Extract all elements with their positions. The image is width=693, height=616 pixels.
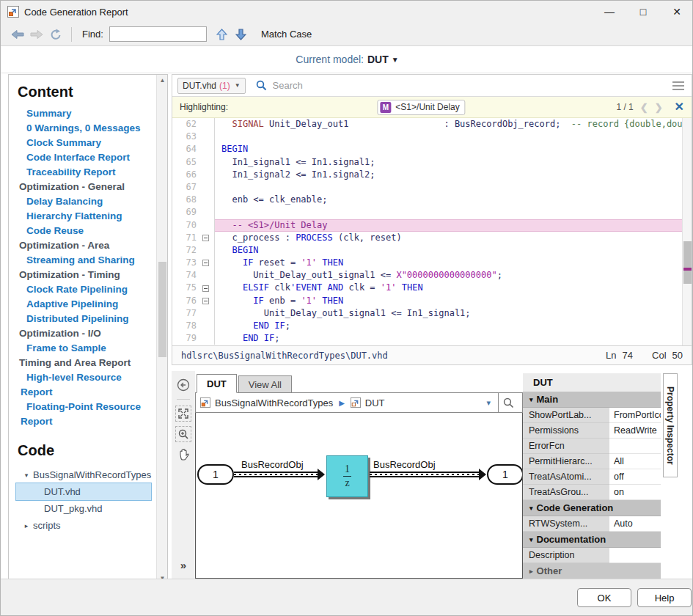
code-line[interactable]: 63 <box>172 131 692 143</box>
property-value[interactable]: All <box>609 454 661 469</box>
code-line[interactable]: 67 <box>172 181 692 194</box>
outport-block[interactable]: 1 <box>487 464 523 485</box>
fold-marker-icon[interactable] <box>202 235 209 241</box>
close-highlighting-icon[interactable]: ✕ <box>675 101 684 113</box>
back-button[interactable] <box>8 26 27 43</box>
sidebar-link[interactable]: Adaptive Pipelining <box>16 297 155 312</box>
sidebar-link[interactable]: Floating-Point Resource Report <box>16 400 155 429</box>
property-value[interactable]: FromPortIcon <box>609 408 661 423</box>
find-next-button[interactable] <box>232 26 251 43</box>
property-section-main[interactable]: ▾Main <box>523 392 661 408</box>
property-value[interactable] <box>609 439 661 454</box>
sidebar-link[interactable]: 0 Warnings, 0 Messages <box>16 121 155 136</box>
sidebar-link[interactable]: Frame to Sample <box>16 341 155 356</box>
ok-button[interactable]: OK <box>577 588 631 607</box>
fit-to-view-icon[interactable] <box>175 406 191 422</box>
model-search-icon[interactable] <box>499 397 518 408</box>
sidebar-link[interactable]: Summary <box>16 106 155 121</box>
sidebar-link[interactable]: Traceability Report <box>16 165 155 180</box>
match-case-label[interactable]: Match Case <box>261 29 312 40</box>
code-editor[interactable]: 62 SIGNAL Unit_Delay_out1 : BusRecordObj… <box>172 118 692 346</box>
current-model-value[interactable]: DUT <box>367 54 389 65</box>
scroll-up-icon[interactable]: ▲ <box>157 75 168 86</box>
close-button[interactable]: ✕ <box>660 1 693 23</box>
code-line[interactable]: 79 END IF; <box>172 332 692 345</box>
sidebar-link[interactable]: Delay Balancing <box>16 194 155 209</box>
model-canvas[interactable]: 1 BusRecordObj 1 z BusRecordObj 1 <box>195 412 523 579</box>
code-line[interactable]: 75 ELSIF clk'EVENT AND clk = '1' THEN <box>172 282 692 294</box>
find-input[interactable] <box>109 26 207 42</box>
property-value[interactable]: off <box>609 469 661 485</box>
next-match-icon[interactable]: ❯ <box>655 102 663 113</box>
more-tools-icon[interactable]: » <box>180 559 186 571</box>
forward-button[interactable] <box>27 26 46 43</box>
breadcrumb-leaf[interactable]: DUT <box>365 397 385 408</box>
pan-hand-icon[interactable] <box>175 447 191 463</box>
code-line[interactable]: 73 IF reset = '1' THEN <box>172 257 692 269</box>
back-circle-icon[interactable] <box>175 377 191 393</box>
code-line[interactable]: 62 SIGNAL Unit_Delay_out1 : BusRecordObj… <box>172 118 692 131</box>
sidebar-link[interactable]: Distributed Pipelining <box>16 312 155 326</box>
tab-dut[interactable]: DUT <box>197 374 237 393</box>
code-line[interactable]: 74 Unit_Delay_out1_signal1 <= X"00000000… <box>172 269 692 282</box>
breadcrumb-root[interactable]: BusSignalWithRecordTypes <box>215 397 333 408</box>
inport-block[interactable]: 1 <box>197 464 234 485</box>
unit-delay-block[interactable]: 1 z <box>326 455 368 497</box>
tree-expander-icon[interactable]: ▸ <box>22 522 31 529</box>
code-line[interactable]: 69 <box>172 206 692 219</box>
fold-marker-icon[interactable] <box>202 260 209 266</box>
tree-item-dut-vhd[interactable]: DUT.vhd <box>16 483 151 500</box>
code-line[interactable]: 76 IF enb = '1' THEN <box>172 295 692 307</box>
code-search-input[interactable] <box>271 79 672 92</box>
minimize-button[interactable]: — <box>593 1 626 23</box>
bus-signal-label-left[interactable]: BusRecordObj <box>241 459 304 470</box>
property-section-documentation[interactable]: ▾Documentation <box>523 532 661 548</box>
sidebar-link[interactable]: Clock Rate Pipelining <box>16 282 155 297</box>
property-value[interactable]: on <box>609 485 661 500</box>
bus-signal-line-left[interactable] <box>234 472 318 477</box>
sidebar-link[interactable]: High-level Resource Report <box>16 370 155 400</box>
code-scrollbar[interactable] <box>682 118 692 346</box>
property-value[interactable]: Auto <box>609 516 661 532</box>
highlight-badge[interactable]: M <S1>/Unit Delay <box>377 100 465 115</box>
tree-item-bussignalwithrecordtypes[interactable]: ▾BusSignalWithRecordTypes <box>16 466 155 483</box>
refresh-button[interactable] <box>46 26 65 43</box>
code-line[interactable]: 65 In1_signal1 <= In1.signal1; <box>172 156 692 169</box>
menu-icon[interactable] <box>672 79 684 92</box>
tree-expander-icon[interactable]: ▾ <box>22 472 31 479</box>
property-value[interactable]: ReadWrite <box>609 423 661 439</box>
sidebar-link[interactable]: Hierarchy Flattening <box>16 209 155 224</box>
code-line[interactable]: 77 Unit_Delay_out1_signal1 <= In1_signal… <box>172 307 692 320</box>
zoom-in-icon[interactable] <box>175 426 191 442</box>
sidebar-link[interactable]: Code Interface Report <box>16 150 155 165</box>
previous-match-icon[interactable]: ❮ <box>640 102 648 113</box>
code-line[interactable]: 71 c_process : PROCESS (clk, reset) <box>172 232 692 244</box>
property-value[interactable] <box>609 548 661 563</box>
bus-signal-label-right[interactable]: BusRecordObj <box>373 459 436 470</box>
sidebar-link[interactable]: Streaming and Sharing <box>16 253 155 268</box>
find-previous-button[interactable] <box>213 26 232 43</box>
property-section-other[interactable]: ▸Other <box>523 563 661 579</box>
bus-signal-line-right[interactable] <box>370 472 480 477</box>
fold-marker-icon[interactable] <box>202 285 209 292</box>
tree-item-scripts[interactable]: ▸scripts <box>16 517 155 534</box>
fold-marker-icon[interactable] <box>202 298 209 304</box>
sidebar-scrollbar[interactable]: ▲ ▼ <box>156 75 167 584</box>
sidebar-link[interactable]: Clock Summary <box>16 136 155 150</box>
breadcrumb-dropdown-icon[interactable]: ▾ <box>486 398 491 408</box>
sidebar-scroll-thumb[interactable] <box>158 262 166 357</box>
tree-item-dut-pkg-vhd[interactable]: DUT_pkg.vhd <box>16 500 155 517</box>
file-tab-dropdown[interactable]: DUT.vhd (1) ▼ <box>177 78 246 94</box>
maximize-button[interactable]: □ <box>626 1 660 23</box>
code-line[interactable]: 68 enb <= clk_enable; <box>172 194 692 206</box>
tab-view-all[interactable]: View All <box>238 375 292 393</box>
breadcrumb-arrow-icon[interactable]: ▶ <box>339 399 345 407</box>
property-section-code-generation[interactable]: ▾Code Generation <box>523 500 661 516</box>
property-inspector-tab[interactable]: Property Inspector <box>663 373 678 477</box>
sidebar-link[interactable]: Code Reuse <box>16 224 155 238</box>
code-line[interactable]: 72 BEGIN <box>172 244 692 257</box>
help-button[interactable]: Help <box>637 588 692 607</box>
code-line[interactable]: 66 In1_signal2 <= In1.signal2; <box>172 169 692 181</box>
code-line[interactable]: 70 -- <S1>/Unit Delay <box>172 219 692 232</box>
code-scroll-thumb[interactable] <box>683 241 692 284</box>
